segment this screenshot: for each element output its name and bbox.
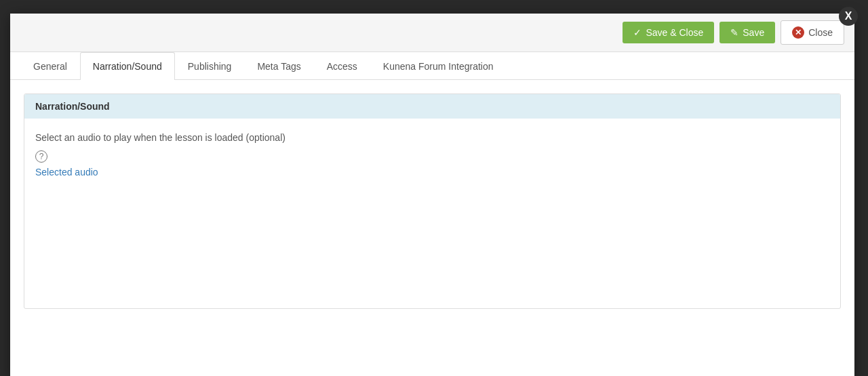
tab-kunena-forum-integration[interactable]: Kunena Forum Integration [370,52,507,80]
close-icon-circle: ✕ [792,26,804,39]
tab-access[interactable]: Access [314,52,370,80]
close-label: Close [808,27,833,38]
checkmark-icon: ✓ [633,27,642,38]
description-text: Select an audio to play when the lesson … [35,132,829,143]
close-button[interactable]: ✕ Close [781,20,844,45]
save-label: Save [743,27,764,38]
tab-narration-sound[interactable]: Narration/Sound [80,52,175,80]
section-content: Select an audio to play when the lesson … [24,119,840,308]
modal-dialog: ✓ Save & Close ✎ Save ✕ Close General [10,14,854,376]
section-header: Narration/Sound [24,94,840,119]
section-title: Narration/Sound [35,101,110,112]
save-button[interactable]: ✎ Save [719,22,775,43]
edit-icon: ✎ [730,27,738,38]
tab-meta-tags[interactable]: Meta Tags [244,52,313,80]
save-close-button[interactable]: ✓ Save & Close [623,22,714,43]
modal-body: Narration/Sound Select an audio to play … [10,80,854,322]
save-close-label: Save & Close [646,27,703,38]
tab-general[interactable]: General [20,52,80,80]
modal-header: ✓ Save & Close ✎ Save ✕ Close [10,14,854,52]
selected-audio-link[interactable]: Selected audio [35,167,829,177]
tab-publishing[interactable]: Publishing [175,52,245,80]
tabs-bar: General Narration/Sound Publishing Meta … [10,52,854,80]
narration-sound-section: Narration/Sound Select an audio to play … [24,93,841,309]
modal-x-button[interactable]: X [839,7,858,26]
help-icon[interactable]: ? [35,150,47,163]
x-icon: X [845,10,852,22]
